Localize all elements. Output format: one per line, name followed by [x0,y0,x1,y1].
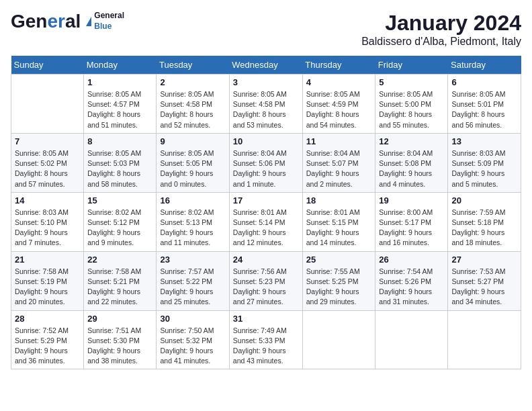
header-saturday: Saturday [448,56,521,75]
day-info: Sunrise: 8:05 AMSunset: 5:03 PMDaylight:… [87,148,152,189]
day-number: 30 [160,314,225,324]
header-tuesday: Tuesday [157,56,229,75]
day-number: 13 [451,136,517,146]
calendar-week-row: 21Sunrise: 7:58 AMSunset: 5:19 PMDayligh… [11,251,521,310]
day-info: Sunrise: 8:01 AMSunset: 5:15 PMDaylight:… [306,208,372,248]
header-friday: Friday [375,56,448,75]
calendar-cell: 15Sunrise: 8:02 AMSunset: 5:12 PMDayligh… [84,192,157,251]
logo-blue-text: Blue [94,21,124,32]
header-thursday: Thursday [302,56,375,75]
day-info: Sunrise: 8:03 AMSunset: 5:09 PMDaylight:… [451,148,517,189]
calendar-cell: 17Sunrise: 8:01 AMSunset: 5:14 PMDayligh… [229,192,302,251]
day-number: 2 [160,77,225,87]
day-info: Sunrise: 8:04 AMSunset: 5:06 PMDaylight:… [233,148,299,189]
day-number: 9 [160,136,225,146]
calendar-cell: 9Sunrise: 8:05 AMSunset: 5:05 PMDaylight… [157,133,229,192]
calendar-week-row: 28Sunrise: 7:52 AMSunset: 5:29 PMDayligh… [11,310,521,369]
logo-g: General [11,12,81,31]
title-block: January 2024 Baldissero d'Alba, Piedmont… [361,11,521,48]
day-number: 10 [233,136,299,146]
calendar-cell: 31Sunrise: 7:49 AMSunset: 5:33 PMDayligh… [229,310,302,369]
calendar-cell [302,310,375,369]
calendar-cell: 13Sunrise: 8:03 AMSunset: 5:09 PMDayligh… [448,133,521,192]
day-number: 3 [233,77,299,87]
day-number: 25 [306,255,372,265]
calendar-cell: 11Sunrise: 8:04 AMSunset: 5:07 PMDayligh… [302,133,375,192]
calendar-cell: 28Sunrise: 7:52 AMSunset: 5:29 PMDayligh… [11,310,84,369]
calendar-cell: 21Sunrise: 7:58 AMSunset: 5:19 PMDayligh… [11,251,84,310]
month-title: January 2024 [361,11,521,36]
calendar-week-row: 7Sunrise: 8:05 AMSunset: 5:02 PMDaylight… [11,133,521,192]
day-number: 1 [87,77,152,87]
day-number: 19 [379,195,444,205]
calendar-cell: 18Sunrise: 8:01 AMSunset: 5:15 PMDayligh… [302,192,375,251]
location-title: Baldissero d'Alba, Piedmont, Italy [361,36,521,48]
day-info: Sunrise: 8:04 AMSunset: 5:07 PMDaylight:… [306,148,372,189]
day-info: Sunrise: 8:05 AMSunset: 5:01 PMDaylight:… [451,89,517,130]
logo: General General Blue [11,11,124,32]
calendar-cell: 26Sunrise: 7:54 AMSunset: 5:26 PMDayligh… [375,251,448,310]
header-wednesday: Wednesday [229,56,302,75]
day-number: 16 [160,195,225,205]
calendar-cell: 12Sunrise: 8:04 AMSunset: 5:08 PMDayligh… [375,133,448,192]
logo-icon [85,15,91,28]
day-info: Sunrise: 7:54 AMSunset: 5:26 PMDaylight:… [379,267,444,308]
calendar-cell: 29Sunrise: 7:51 AMSunset: 5:30 PMDayligh… [84,310,157,369]
page-header: General General Blue January 2024 Baldis… [11,11,521,48]
day-info: Sunrise: 8:02 AMSunset: 5:12 PMDaylight:… [87,208,152,248]
calendar-cell: 6Sunrise: 8:05 AMSunset: 5:01 PMDaylight… [448,75,521,134]
day-number: 23 [160,255,225,265]
day-info: Sunrise: 7:52 AMSunset: 5:29 PMDaylight:… [15,326,80,367]
day-number: 21 [15,255,80,265]
calendar-cell: 30Sunrise: 7:50 AMSunset: 5:32 PMDayligh… [157,310,229,369]
calendar-cell: 1Sunrise: 8:05 AMSunset: 4:57 PMDaylight… [84,75,157,134]
day-info: Sunrise: 8:05 AMSunset: 5:00 PMDaylight:… [379,89,444,130]
calendar-cell: 4Sunrise: 8:05 AMSunset: 4:59 PMDaylight… [302,75,375,134]
day-number: 4 [306,77,372,87]
day-info: Sunrise: 7:53 AMSunset: 5:27 PMDaylight:… [451,267,517,308]
header-monday: Monday [84,56,157,75]
calendar-cell: 8Sunrise: 8:05 AMSunset: 5:03 PMDaylight… [84,133,157,192]
calendar-week-row: 1Sunrise: 8:05 AMSunset: 4:57 PMDaylight… [11,75,521,134]
day-info: Sunrise: 8:05 AMSunset: 5:05 PMDaylight:… [160,148,225,189]
day-info: Sunrise: 8:05 AMSunset: 5:02 PMDaylight:… [15,148,80,189]
calendar-cell: 23Sunrise: 7:57 AMSunset: 5:22 PMDayligh… [157,251,229,310]
day-info: Sunrise: 7:55 AMSunset: 5:25 PMDaylight:… [306,267,372,308]
calendar-cell: 16Sunrise: 8:02 AMSunset: 5:13 PMDayligh… [157,192,229,251]
calendar-table: SundayMondayTuesdayWednesdayThursdayFrid… [11,56,521,369]
calendar-header-row: SundayMondayTuesdayWednesdayThursdayFrid… [11,56,521,75]
day-info: Sunrise: 7:58 AMSunset: 5:19 PMDaylight:… [15,267,80,308]
day-info: Sunrise: 8:05 AMSunset: 4:58 PMDaylight:… [160,89,225,130]
day-info: Sunrise: 8:03 AMSunset: 5:10 PMDaylight:… [15,208,80,248]
day-number: 17 [233,195,299,205]
day-info: Sunrise: 8:01 AMSunset: 5:14 PMDaylight:… [233,208,299,248]
header-sunday: Sunday [11,56,84,75]
logo-text-block: General Blue [94,11,124,32]
calendar-cell [375,310,448,369]
day-info: Sunrise: 7:58 AMSunset: 5:21 PMDaylight:… [87,267,152,308]
day-number: 7 [15,136,80,146]
calendar-cell: 2Sunrise: 8:05 AMSunset: 4:58 PMDaylight… [157,75,229,134]
day-info: Sunrise: 8:00 AMSunset: 5:17 PMDaylight:… [379,208,444,248]
day-number: 14 [15,195,80,205]
day-info: Sunrise: 8:02 AMSunset: 5:13 PMDaylight:… [160,208,225,248]
calendar-cell [448,310,521,369]
day-number: 12 [379,136,444,146]
calendar-cell: 10Sunrise: 8:04 AMSunset: 5:06 PMDayligh… [229,133,302,192]
logo-general-text: General [94,11,124,21]
calendar-cell: 24Sunrise: 7:56 AMSunset: 5:23 PMDayligh… [229,251,302,310]
calendar-cell: 7Sunrise: 8:05 AMSunset: 5:02 PMDaylight… [11,133,84,192]
day-info: Sunrise: 8:04 AMSunset: 5:08 PMDaylight:… [379,148,444,189]
day-number: 27 [451,255,517,265]
calendar-week-row: 14Sunrise: 8:03 AMSunset: 5:10 PMDayligh… [11,192,521,251]
day-number: 6 [451,77,517,87]
calendar-cell: 3Sunrise: 8:05 AMSunset: 4:58 PMDaylight… [229,75,302,134]
day-number: 20 [451,195,517,205]
day-info: Sunrise: 8:05 AMSunset: 4:58 PMDaylight:… [233,89,299,130]
day-info: Sunrise: 7:57 AMSunset: 5:22 PMDaylight:… [160,267,225,308]
day-info: Sunrise: 8:05 AMSunset: 4:57 PMDaylight:… [87,89,152,130]
calendar-cell: 27Sunrise: 7:53 AMSunset: 5:27 PMDayligh… [448,251,521,310]
calendar-cell: 20Sunrise: 7:59 AMSunset: 5:18 PMDayligh… [448,192,521,251]
calendar-cell: 22Sunrise: 7:58 AMSunset: 5:21 PMDayligh… [84,251,157,310]
day-info: Sunrise: 7:51 AMSunset: 5:30 PMDaylight:… [87,326,152,367]
